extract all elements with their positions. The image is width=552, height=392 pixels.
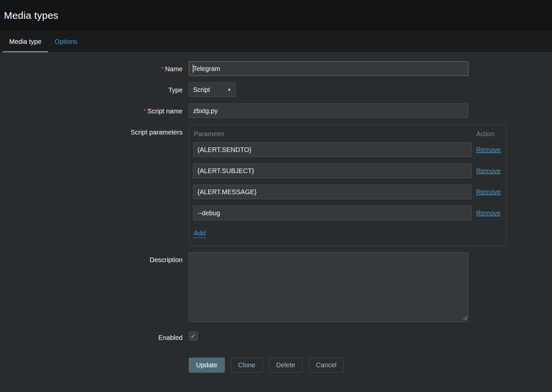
description-label-cell: Description	[0, 252, 183, 264]
description-textarea[interactable]	[189, 252, 468, 322]
script-name-row: *Script name	[0, 104, 552, 118]
type-label-cell: Type	[0, 82, 183, 94]
description-label: Description	[150, 256, 183, 263]
name-input[interactable]	[189, 61, 468, 76]
media-type-form: *Name Type Script ▼ *Script name	[0, 52, 552, 373]
tab-media-type[interactable]: Media type	[3, 31, 48, 52]
script-parameters-table: Parameter Action Remove Remove Remove	[189, 125, 507, 246]
script-name-input[interactable]	[189, 104, 468, 118]
remove-parameter-link[interactable]: Remove	[476, 209, 501, 217]
enabled-label-cell: Enabled	[0, 330, 183, 342]
actions-label-spacer	[0, 348, 183, 352]
enabled-row: Enabled ✓	[0, 330, 552, 342]
script-parameters-field-cell: Parameter Action Remove Remove Remove	[189, 125, 552, 246]
parameter-input[interactable]	[193, 206, 472, 220]
delete-button[interactable]: Delete	[269, 358, 303, 373]
remove-parameter-link[interactable]: Remove	[476, 146, 501, 154]
parameter-row: Remove	[193, 164, 502, 178]
name-label: Name	[165, 65, 183, 73]
clone-button[interactable]: Clone	[231, 358, 263, 373]
enabled-checkbox[interactable]: ✓	[189, 332, 198, 341]
add-parameter-link[interactable]: Add	[194, 229, 206, 238]
tab-bar: Media type Options	[0, 31, 552, 52]
type-field-cell: Script ▼	[189, 82, 552, 97]
page-title: Media types	[4, 10, 58, 21]
name-row: *Name	[0, 61, 552, 76]
type-select[interactable]: Script ▼	[189, 82, 236, 97]
parameter-row: Remove	[193, 142, 502, 157]
parameter-input[interactable]	[193, 185, 472, 199]
description-row: Description	[0, 252, 552, 323]
remove-parameter-link[interactable]: Remove	[476, 167, 501, 175]
name-input-wrap	[189, 61, 468, 76]
parameters-table-header: Parameter Action	[193, 130, 502, 138]
script-parameters-label-cell: Script parameters	[0, 125, 183, 136]
script-name-field-cell	[189, 104, 552, 118]
name-label-cell: *Name	[0, 61, 183, 73]
type-row: Type Script ▼	[0, 82, 552, 97]
update-button[interactable]: Update	[189, 358, 225, 373]
actions-field-cell: Update Clone Delete Cancel	[189, 348, 552, 373]
column-header-action: Action	[476, 130, 495, 138]
remove-parameter-link[interactable]: Remove	[476, 188, 501, 196]
script-parameters-row: Script parameters Parameter Action Remov…	[0, 125, 552, 246]
buttons-row: Update Clone Delete Cancel	[189, 358, 552, 373]
checkmark-icon: ✓	[191, 333, 196, 339]
parameter-row: Remove	[193, 206, 502, 220]
cancel-button[interactable]: Cancel	[309, 358, 344, 373]
tab-options[interactable]: Options	[48, 31, 84, 52]
script-name-label-cell: *Script name	[0, 104, 183, 115]
type-select-value: Script	[193, 86, 210, 94]
form-actions-row: Update Clone Delete Cancel	[0, 348, 552, 373]
column-header-parameter: Parameter	[193, 130, 472, 138]
description-field-cell	[189, 252, 552, 323]
parameter-row: Remove	[193, 185, 502, 199]
enabled-label: Enabled	[159, 334, 183, 341]
enabled-field-cell: ✓	[189, 330, 552, 341]
parameter-input[interactable]	[193, 142, 472, 157]
script-parameters-label: Script parameters	[131, 129, 183, 136]
page-header: Media types	[0, 0, 552, 31]
script-name-label: Script name	[147, 107, 183, 115]
type-label: Type	[168, 86, 183, 94]
name-field-cell	[189, 61, 552, 76]
description-textarea-wrap	[189, 252, 468, 322]
dropdown-arrow-icon: ▼	[227, 87, 231, 92]
required-asterisk: *	[161, 65, 164, 73]
parameter-input[interactable]	[193, 164, 472, 178]
required-asterisk: *	[143, 107, 146, 115]
